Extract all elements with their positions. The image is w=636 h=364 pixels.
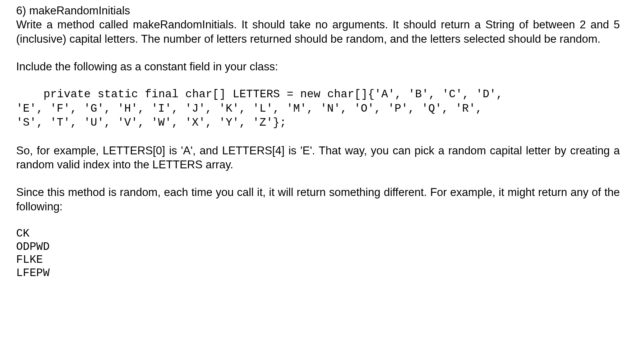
example-output-4: LFEPW bbox=[16, 267, 620, 280]
code-line-1: private static final char[] LETTERS = ne… bbox=[16, 88, 503, 101]
paragraph-constant-intro: Include the following as a constant fiel… bbox=[16, 60, 620, 74]
example-output-2: ODPWD bbox=[16, 241, 620, 254]
paragraph-explanation: So, for example, LETTERS[0] is 'A', and … bbox=[16, 144, 620, 172]
code-line-2: 'E', 'F', 'G', 'H', 'I', 'J', 'K', 'L', … bbox=[16, 102, 482, 115]
problem-heading: 6) makeRandomInitials bbox=[16, 4, 620, 18]
example-output-3: FLKE bbox=[16, 253, 620, 267]
code-constant-declaration: private static final char[] LETTERS = ne… bbox=[16, 87, 620, 130]
paragraph-description: Write a method called makeRandomInitials… bbox=[16, 18, 620, 46]
paragraph-examples-intro: Since this method is random, each time y… bbox=[16, 185, 620, 214]
example-outputs: CK ODPWD FLKE LFEPW bbox=[16, 227, 620, 280]
code-line-3: 'S', 'T', 'U', 'V', 'W', 'X', 'Y', 'Z'}; bbox=[16, 116, 286, 129]
example-output-1: CK bbox=[16, 227, 620, 241]
